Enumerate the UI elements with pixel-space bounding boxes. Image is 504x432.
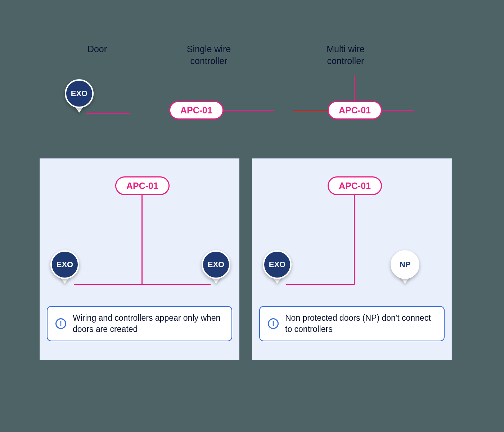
panel-left-door-b: EXO [202,250,230,284]
panel-right-controller: APC-01 [328,176,382,195]
legend-multi-wire-label: Multi wire controller [306,43,385,67]
panel-right-info-text: Non protected doors (NP) don't connect t… [285,312,436,335]
door-pin-label: EXO [50,250,79,279]
panel-left-controller: APC-01 [115,176,170,195]
panel-left-info: i Wiring and controllers appear only whe… [47,306,232,341]
legend-door-pin: EXO [65,79,94,113]
panel-left-wire-horizontal [74,284,211,285]
legend-multi-wire-right [382,110,414,111]
info-icon: i [268,318,279,329]
panel-left-wire-vertical [141,194,143,284]
legend-single-wire-label: Single wire controller [169,43,248,67]
panel-left-info-text: Wiring and controllers appear only when … [73,312,224,335]
legend-door-wire [86,113,130,114]
panel-right-wire-horizontal [286,284,355,285]
legend-door-label: Door [72,43,122,55]
legend-multi-wire-top [354,76,355,101]
legend-multi-controller: APC-01 [328,101,382,120]
door-pin-label: EXO [202,250,230,279]
panel-right-info: i Non protected doors (NP) don't connect… [259,306,445,341]
door-pin-label: EXO [263,250,292,279]
legend-multi-wire-left [293,110,329,111]
panel-right-door-np: NP [391,250,419,284]
info-icon: i [55,318,66,329]
legend-single-controller: APC-01 [169,101,224,120]
door-pin-label: NP [391,250,419,279]
panel-right-wire-vertical [354,194,355,284]
panel-right-door-a: EXO [263,250,292,284]
panel-left-door-a: EXO [50,250,79,284]
door-pin-label: EXO [65,79,94,108]
legend-single-wire [223,110,274,111]
